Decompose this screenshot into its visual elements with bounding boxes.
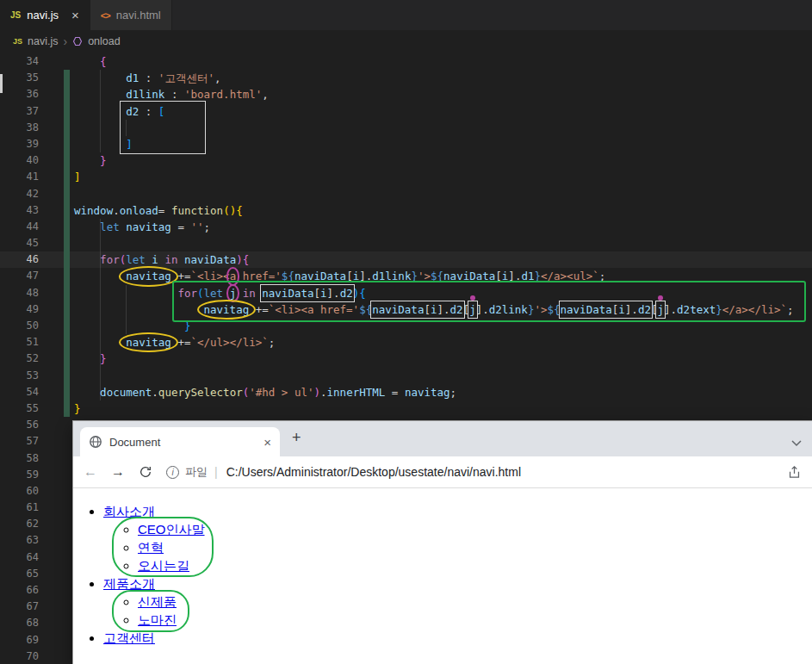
- address-url[interactable]: C:/Users/Administrator/Desktop/usestate/…: [226, 465, 521, 479]
- editor-line-51[interactable]: 51 navitag +=`</ul></li>`;: [0, 334, 812, 351]
- line-number[interactable]: 61: [0, 500, 53, 516]
- editor-line-47[interactable]: 47 navitag +=`<li><a href='${naviData[i]…: [0, 268, 812, 284]
- left-margin-marker: [0, 74, 3, 93]
- nav-sublink[interactable]: 노마진: [138, 612, 177, 627]
- line-number[interactable]: 53: [0, 368, 53, 384]
- line-number[interactable]: 48: [0, 285, 53, 301]
- code-text: }: [53, 351, 107, 367]
- close-tab-icon[interactable]: ×: [71, 8, 79, 22]
- nav-item: 제품소개신제품노마진: [103, 574, 812, 629]
- browser-tab-strip: Document × +: [73, 421, 812, 456]
- forward-button[interactable]: →: [111, 464, 125, 480]
- code-text: [53, 516, 74, 532]
- editor-line-52[interactable]: 52 }: [0, 351, 812, 367]
- code-text: [53, 632, 74, 648]
- line-number[interactable]: 52: [0, 351, 53, 367]
- breadcrumb-symbol[interactable]: onload: [88, 35, 121, 47]
- editor-line-49[interactable]: 49 navitag +=`<li><a href='${naviData[i]…: [0, 301, 812, 318]
- code-text: navitag +=`<li><a href='${naviData[i].d1…: [53, 268, 605, 284]
- editor-line-36[interactable]: 36 d1link : 'board.html',: [0, 86, 812, 102]
- editor-line-34[interactable]: 34 {: [0, 53, 812, 70]
- code-text: {: [53, 53, 107, 70]
- new-tab-button[interactable]: +: [292, 429, 301, 447]
- editor-line-44[interactable]: 44 let navitag = '';: [0, 219, 812, 235]
- editor-line-55[interactable]: 55}: [0, 400, 812, 417]
- breadcrumb-file[interactable]: navi.js: [28, 35, 58, 47]
- code-text: [53, 549, 74, 566]
- line-number[interactable]: 37: [0, 103, 53, 120]
- editor-line-40[interactable]: 40 }: [0, 152, 812, 169]
- browser-window: Document × + ← → i 파일 | C:/Users/Adminis…: [73, 421, 812, 664]
- line-number[interactable]: 46: [0, 251, 53, 268]
- line-number[interactable]: 35: [0, 70, 53, 86]
- line-number[interactable]: 36: [0, 86, 53, 102]
- editor-line-46[interactable]: 46 for(let i in naviData){: [0, 251, 812, 268]
- line-number[interactable]: 64: [0, 549, 53, 566]
- code-text: [53, 566, 74, 582]
- nav-sublink[interactable]: 신제품: [138, 594, 177, 609]
- editor-line-53[interactable]: 53: [0, 368, 812, 384]
- editor-line-54[interactable]: 54 document.querySelector('#hd > ul').in…: [0, 384, 812, 400]
- annotation-ellipse-yellow: navitag: [126, 268, 171, 284]
- line-number[interactable]: 59: [0, 467, 53, 483]
- line-number[interactable]: 41: [0, 169, 53, 185]
- editor-line-37[interactable]: 37 d2 : [: [0, 103, 812, 120]
- line-number[interactable]: 60: [0, 483, 53, 500]
- line-number[interactable]: 34: [0, 53, 53, 70]
- editor-line-43[interactable]: 43window.onload= function(){: [0, 202, 812, 219]
- line-number[interactable]: 69: [0, 632, 53, 648]
- editor-line-38[interactable]: 38: [0, 120, 812, 136]
- editor-line-50[interactable]: 50 }: [0, 318, 812, 334]
- line-number[interactable]: 63: [0, 532, 53, 549]
- share-icon[interactable]: [787, 465, 802, 480]
- reload-icon[interactable]: [139, 465, 152, 479]
- editor-line-41[interactable]: 41]: [0, 169, 812, 185]
- line-number[interactable]: 45: [0, 235, 53, 251]
- line-number[interactable]: 51: [0, 334, 53, 351]
- editor-line-48[interactable]: 48 for(let j in naviData[i].d2){: [0, 285, 812, 301]
- nav-sublink[interactable]: 연혁: [138, 540, 164, 555]
- editor-line-39[interactable]: 39 ]: [0, 136, 812, 152]
- line-number[interactable]: 56: [0, 417, 53, 433]
- line-number[interactable]: 68: [0, 615, 53, 631]
- line-number[interactable]: 55: [0, 400, 53, 417]
- line-number[interactable]: 67: [0, 599, 53, 615]
- code-text: navitag +=`</ul></li>`;: [53, 334, 275, 351]
- line-number[interactable]: 40: [0, 152, 53, 169]
- line-number[interactable]: 57: [0, 433, 53, 450]
- line-number[interactable]: 42: [0, 186, 53, 202]
- line-number[interactable]: 39: [0, 136, 53, 152]
- tab-navi-js[interactable]: JS navi.js ×: [0, 0, 90, 30]
- line-number[interactable]: 49: [0, 301, 53, 318]
- line-number[interactable]: 62: [0, 516, 53, 532]
- editor-line-42[interactable]: 42: [0, 186, 812, 202]
- nav-sublink[interactable]: 오시는길: [138, 558, 189, 573]
- line-number[interactable]: 65: [0, 566, 53, 582]
- line-number[interactable]: 47: [0, 268, 53, 284]
- info-icon[interactable]: i: [166, 466, 179, 479]
- editor-line-45[interactable]: 45: [0, 235, 812, 251]
- line-number[interactable]: 38: [0, 120, 53, 136]
- code-text: navitag +=`<li><a href='${naviData[i].d2…: [53, 301, 794, 318]
- line-number[interactable]: 58: [0, 450, 53, 467]
- back-button[interactable]: ←: [84, 464, 97, 480]
- symbol-event-icon: [72, 36, 83, 47]
- line-number[interactable]: 43: [0, 202, 53, 219]
- nav-subitem: CEO인사말: [138, 520, 812, 538]
- nav-link[interactable]: 고객센터: [103, 630, 155, 645]
- close-tab-icon[interactable]: ×: [263, 435, 271, 450]
- line-number[interactable]: 70: [0, 648, 53, 664]
- nav-menu-list: 회사소개CEO인사말연혁오시는길제품소개신제품노마진고객센터: [73, 502, 812, 647]
- line-number[interactable]: 54: [0, 384, 53, 400]
- editor-line-35[interactable]: 35 d1 : '고객센터',: [0, 70, 812, 86]
- line-number[interactable]: 66: [0, 582, 53, 599]
- nav-link[interactable]: 제품소개: [103, 576, 155, 591]
- nav-link[interactable]: 회사소개: [103, 504, 155, 518]
- chevron-right-icon: ›: [63, 35, 67, 47]
- line-number[interactable]: 44: [0, 219, 53, 235]
- chevron-down-icon[interactable]: [791, 435, 802, 450]
- browser-tab-document[interactable]: Document ×: [80, 427, 280, 456]
- tab-navi-html[interactable]: <> navi.html: [90, 0, 172, 30]
- line-number[interactable]: 50: [0, 318, 53, 334]
- nav-sublink[interactable]: CEO인사말: [138, 522, 205, 537]
